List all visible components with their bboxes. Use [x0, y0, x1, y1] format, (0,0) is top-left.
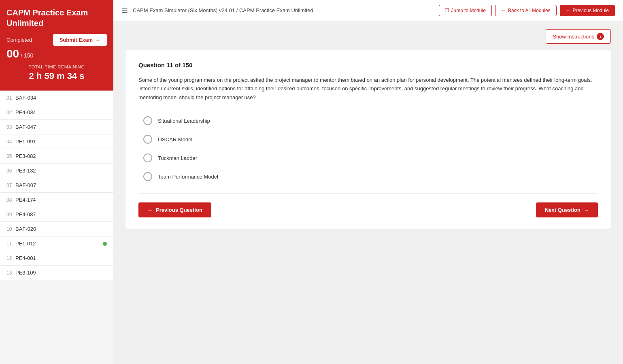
- sidebar-score-row: 00 / 150: [6, 47, 107, 60]
- sidebar-title: CAPM Practice Exam Unlimited: [6, 7, 107, 28]
- sidebar-item-code: BAF-034: [15, 95, 107, 101]
- sidebar-item[interactable]: 02PE4-034: [0, 105, 113, 120]
- sidebar-completed-row: Completed Submit Exam →: [6, 34, 107, 46]
- submit-exam-label: Submit Exam: [60, 37, 93, 43]
- sidebar-item-number: 01: [6, 95, 15, 101]
- show-instructions-label: Show Instructions: [553, 34, 594, 40]
- breadcrumb: CAPM Exam Simulator (Six Months) v24.01 …: [133, 7, 313, 13]
- next-question-button[interactable]: Next Question →: [536, 202, 598, 217]
- radio-button[interactable]: [143, 172, 152, 181]
- back-to-all-modules-button[interactable]: ← Back to All Modules: [495, 5, 557, 16]
- topbar: ☰ CAPM Exam Simulator (Six Months) v24.0…: [113, 0, 623, 21]
- sidebar-item[interactable]: 09PE4-087: [0, 207, 113, 222]
- left-arrow-icon: ←: [566, 8, 571, 13]
- sidebar-item-code: BAF-047: [15, 124, 107, 130]
- sidebar-item-number: 10: [6, 226, 15, 232]
- left-arrow-icon: ←: [147, 207, 153, 213]
- sidebar-item-number: 05: [6, 153, 15, 159]
- sidebar-item-number: 06: [6, 168, 15, 174]
- sidebar-item[interactable]: 11PE1-012: [0, 236, 113, 251]
- navigation-buttons: ← Previous Question Next Question →: [138, 202, 598, 217]
- sidebar-item-number: 07: [6, 183, 15, 188]
- back-to-all-label: Back to All Modules: [508, 8, 551, 13]
- sidebar-score: 00: [6, 47, 19, 60]
- instructions-bar: Show Instructions i: [125, 29, 611, 44]
- right-arrow-icon: →: [584, 207, 589, 213]
- answer-label: Situational Leadership: [158, 118, 210, 124]
- radio-button[interactable]: [143, 153, 152, 162]
- sidebar-item-number: 04: [6, 139, 15, 145]
- sidebar-item-code: PE3-109: [15, 270, 107, 276]
- sidebar-time-value: 2 h 59 m 34 s: [6, 71, 107, 81]
- main-content: ☰ CAPM Exam Simulator (Six Months) v24.0…: [113, 0, 623, 364]
- previous-question-label: Previous Question: [156, 207, 202, 213]
- sidebar-item-code: PE1-012: [15, 241, 103, 247]
- sidebar-item-number: 12: [6, 255, 15, 261]
- sidebar-item[interactable]: 08PE4-174: [0, 193, 113, 207]
- answer-label: Team Performance Model: [158, 174, 218, 180]
- answer-divider: [138, 193, 598, 194]
- jump-to-module-button[interactable]: ❐ Jump to Module: [439, 5, 492, 16]
- answer-option[interactable]: Team Performance Model: [138, 168, 598, 185]
- arrow-right-icon: →: [95, 37, 100, 43]
- content-area: Show Instructions i Question 11 of 150 S…: [113, 21, 623, 364]
- sidebar-item[interactable]: 05PE3-082: [0, 149, 113, 164]
- sidebar-completed-label: Completed: [6, 37, 32, 43]
- sidebar-header: CAPM Practice Exam Unlimited Completed S…: [0, 0, 113, 90]
- sidebar-item-number: 11: [6, 241, 15, 247]
- sidebar-item-code: BAF-020: [15, 226, 107, 232]
- show-instructions-button[interactable]: Show Instructions i: [546, 29, 611, 44]
- answer-options: Situational LeadershipOSCAR ModelTuckman…: [138, 112, 598, 185]
- submit-exam-button[interactable]: Submit Exam →: [53, 34, 107, 46]
- sidebar-item-code: PE3-082: [15, 153, 107, 159]
- sidebar-item-code: PE4-034: [15, 109, 107, 115]
- question-card: Question 11 of 150 Some of the young pro…: [125, 50, 611, 229]
- sidebar-item-code: PE4-001: [15, 255, 107, 261]
- info-icon: i: [597, 33, 604, 40]
- jump-to-module-label: Jump to Module: [451, 8, 486, 13]
- sidebar-item[interactable]: 07BAF-007: [0, 178, 113, 193]
- topbar-left: ☰ CAPM Exam Simulator (Six Months) v24.0…: [121, 6, 313, 15]
- answer-option[interactable]: OSCAR Model: [138, 131, 598, 148]
- previous-module-button[interactable]: ← Previous Module: [560, 5, 615, 16]
- sidebar-item-code: PE3-132: [15, 168, 107, 174]
- sidebar-score-denom: / 150: [21, 52, 33, 59]
- sidebar-item-number: 03: [6, 124, 15, 130]
- sidebar-item-code: PE1-091: [15, 138, 107, 145]
- sidebar-time-label: TOTAL TIME REMAINING: [6, 64, 107, 69]
- answer-label: OSCAR Model: [158, 136, 192, 143]
- sidebar-item[interactable]: 03BAF-047: [0, 120, 113, 134]
- sidebar-item-code: BAF-007: [15, 182, 107, 188]
- previous-module-label: Previous Module: [573, 8, 609, 13]
- external-link-icon: ❐: [445, 8, 449, 13]
- sidebar-item-number: 13: [6, 270, 15, 276]
- sidebar-item[interactable]: 12PE4-001: [0, 251, 113, 266]
- menu-icon[interactable]: ☰: [121, 6, 128, 15]
- radio-button[interactable]: [143, 116, 152, 125]
- sidebar-item-number: 08: [6, 197, 15, 203]
- radio-button[interactable]: [143, 135, 152, 144]
- sidebar-item-number: 02: [6, 110, 15, 115]
- next-question-label: Next Question: [545, 207, 580, 213]
- answer-option[interactable]: Situational Leadership: [138, 112, 598, 129]
- topbar-right: ❐ Jump to Module ← Back to All Modules ←…: [439, 5, 615, 16]
- sidebar-item[interactable]: 10BAF-020: [0, 222, 113, 236]
- sidebar: CAPM Practice Exam Unlimited Completed S…: [0, 0, 113, 364]
- question-text: Some of the young programmers on the pro…: [138, 76, 598, 102]
- back-arrow-icon: ←: [501, 8, 506, 13]
- sidebar-item[interactable]: 13PE3-109: [0, 266, 113, 280]
- question-number: Question 11 of 150: [138, 62, 598, 68]
- sidebar-item[interactable]: 01BAF-034: [0, 91, 113, 105]
- sidebar-item-code: PE4-174: [15, 197, 107, 203]
- answer-option[interactable]: Tuckman Ladder: [138, 149, 598, 166]
- sidebar-item-code: PE4-087: [15, 211, 107, 217]
- sidebar-list: 01BAF-03402PE4-03403BAF-04704PE1-09105PE…: [0, 91, 113, 364]
- sidebar-item[interactable]: 06PE3-132: [0, 164, 113, 178]
- sidebar-item[interactable]: 04PE1-091: [0, 134, 113, 149]
- answered-dot-icon: [103, 242, 107, 246]
- previous-question-button[interactable]: ← Previous Question: [138, 202, 211, 217]
- answer-label: Tuckman Ladder: [158, 155, 197, 161]
- sidebar-item-number: 09: [6, 212, 15, 217]
